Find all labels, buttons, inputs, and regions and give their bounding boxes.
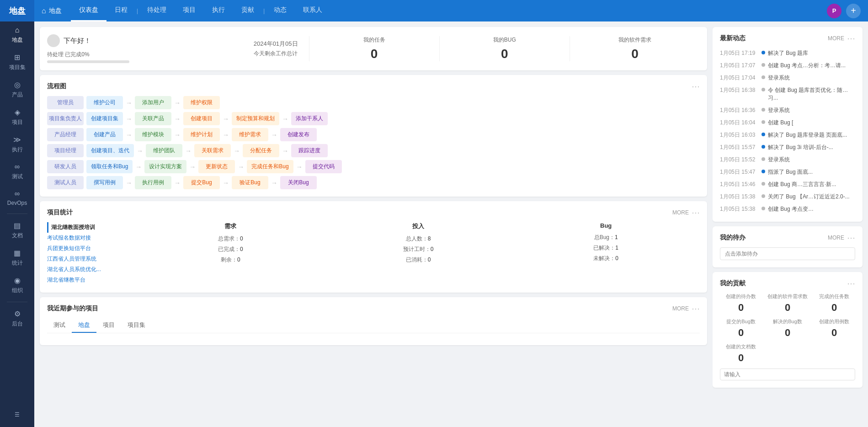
- sidebar-item-product[interactable]: ◎ 产品: [0, 76, 34, 103]
- recent-tab-project[interactable]: 项目: [96, 318, 121, 333]
- activity-item: 1月05日 15:38关闭了 Bug 【Ar…订近近近2.0-...: [720, 192, 855, 202]
- activity-dot: [761, 75, 765, 79]
- proj-list-item[interactable]: 考试报名数据对接: [47, 233, 129, 243]
- sidebar-item-stats[interactable]: ▦ 统计: [0, 244, 34, 272]
- topnav-home[interactable]: ⌂ 地盘: [42, 7, 62, 15]
- activity-time: 1月05日 17:07: [720, 62, 759, 69]
- recent-tab-dashboard[interactable]: 地盘: [72, 318, 96, 333]
- welcome-card-inner: 下午好！ 待处理 已完成0% 2024年01月05日 今天剩余工作总计 我的任: [47, 34, 700, 63]
- proj-list-item[interactable]: 兵团更换短信平台: [47, 243, 129, 254]
- proj-stats-col-title: 需求: [137, 222, 325, 230]
- tab-project[interactable]: 项目: [175, 0, 204, 21]
- tab-pending[interactable]: 待处理: [139, 0, 175, 21]
- flow-arrow: →: [223, 179, 229, 187]
- proj-stat-row: 预计工时：0: [325, 246, 512, 253]
- sidebar-item-docs[interactable]: ▤ 文档: [0, 217, 34, 244]
- flow-arrow: →: [271, 131, 277, 139]
- sidebar: 地盘 ⌂ 地盘 ⊞ 项目集 ◎ 产品 ◈ 项目 ≫ 执行 ∞ 测试 ∞ DevO…: [0, 0, 34, 427]
- activity-dot: [761, 157, 765, 161]
- contrib-value: 0: [720, 327, 762, 339]
- todo-dots[interactable]: ⋯: [847, 234, 855, 242]
- activity-item: 1月05日 15:38创建 Bug 考点变…: [720, 204, 855, 214]
- proj-list-item[interactable]: 湖北继教面授培训: [47, 222, 129, 233]
- activity-text: 令 创建 Bug 题库首页优化：随…习...: [768, 86, 855, 102]
- contrib-input[interactable]: [720, 368, 855, 380]
- flowchart-menu[interactable]: ⋯: [692, 82, 700, 91]
- proj-stats-cols: 需求总需求：0已完成：0剩余：0投入总人数：8预计工时：0已消耗：0Bug总Bu…: [137, 222, 700, 285]
- activity-item: 1月05日 16:38令 创建 Bug 题库首页优化：随…习...: [720, 85, 855, 103]
- stats-icon: ▦: [14, 249, 21, 257]
- contrib-value: 0: [813, 302, 855, 314]
- activity-item: 1月05日 15:52登录系统: [720, 155, 855, 165]
- right-panel: 最新动态 MORE ⋯ 1月05日 17:19解决了 Bug 题库1月05日 1…: [713, 21, 868, 427]
- tab-contact[interactable]: 联系人: [295, 0, 330, 21]
- todo-more[interactable]: MORE ⋯: [828, 234, 855, 242]
- sidebar-item-execution[interactable]: ≫ 执行: [0, 131, 34, 158]
- add-button[interactable]: +: [846, 4, 861, 18]
- activity-item: 1月05日 16:04创建 Bug [: [720, 117, 855, 128]
- proj-list-item[interactable]: 湖北省继教平台: [47, 275, 129, 285]
- sidebar-item-backend[interactable]: ⚙ 后台: [0, 305, 34, 332]
- contrib-item: 创建的文档数0: [720, 343, 762, 364]
- project-stats-more[interactable]: MORE ⋯: [672, 208, 700, 217]
- recent-tab-project_set[interactable]: 项目集: [121, 318, 152, 333]
- flow-step: 执行用例: [135, 176, 171, 189]
- flow-row: 研发人员领取任务和Bug→设计实现方案→更新状态→完成任务和Bug→提交代码: [47, 160, 700, 173]
- sidebar-item-label: 统计: [12, 259, 23, 267]
- flow-step: 添加用户: [135, 96, 171, 109]
- sidebar-item-project[interactable]: ◈ 项目: [0, 103, 34, 131]
- activity-dot: [761, 63, 765, 67]
- sidebar-item-org[interactable]: ◉ 组织: [0, 272, 34, 299]
- recent-projects-dots[interactable]: ⋯: [692, 304, 700, 313]
- sidebar-menu-toggle[interactable]: ☰: [15, 407, 20, 422]
- nav-separator-2: |: [263, 7, 265, 14]
- sidebar-divider-2: [7, 302, 27, 302]
- sidebar-item-projects[interactable]: ⊞ 项目集: [0, 48, 34, 76]
- contrib-item: 创建的软件需求数0: [767, 293, 809, 314]
- activity-more[interactable]: MORE ⋯: [828, 34, 855, 43]
- sidebar-item-test[interactable]: ∞ 测试: [0, 158, 34, 185]
- todo-header: 我的待办 MORE ⋯: [720, 234, 855, 242]
- contribution-dots[interactable]: ⋯: [847, 279, 855, 288]
- proj-list-item[interactable]: 江西省人员管理系统: [47, 254, 129, 264]
- tab-execution[interactable]: 执行: [204, 0, 233, 21]
- home-nav-icon: ⌂: [42, 7, 46, 15]
- activity-time: 1月05日 15:52: [720, 156, 759, 164]
- activity-text: 创建 Bug 考点…分析：考…请...: [768, 62, 855, 69]
- contrib-value: 0: [720, 352, 762, 364]
- project-stats-dots[interactable]: ⋯: [692, 208, 700, 217]
- tab-contribution[interactable]: 贡献: [233, 0, 262, 21]
- recent-tabs: 测试地盘项目项目集: [47, 318, 700, 333]
- tab-activity[interactable]: 动态: [266, 0, 295, 21]
- tab-schedule[interactable]: 日程: [107, 0, 136, 21]
- sidebar-logo[interactable]: 地盘: [0, 0, 34, 21]
- activity-text: 登录系统: [768, 107, 855, 114]
- flow-arrow: →: [234, 147, 240, 155]
- sidebar-item-label: 后台: [12, 320, 23, 328]
- todo-input[interactable]: [720, 247, 855, 260]
- flow-arrow: →: [282, 115, 288, 123]
- sidebar-item-devops[interactable]: ∞ DevOps: [0, 185, 34, 211]
- proj-stats-col-title: 投入: [325, 222, 512, 230]
- sidebar-item-home[interactable]: ⌂ 地盘: [0, 21, 34, 48]
- recent-projects-more[interactable]: MORE ⋯: [672, 304, 700, 313]
- flow-arrow: →: [189, 163, 196, 171]
- flow-role: 项目经理: [47, 144, 84, 157]
- flow-role: 项目集负责人: [47, 112, 84, 125]
- flow-step: 领取任务和Bug: [86, 160, 133, 173]
- proj-list-item[interactable]: 湖北省人员系统优化...: [47, 264, 129, 275]
- activity-time: 1月05日 16:03: [720, 131, 759, 139]
- activity-item: 1月05日 17:07创建 Bug 考点…分析：考…请...: [720, 60, 855, 71]
- proj-stat-row: 总Bug：1: [512, 234, 700, 241]
- contrib-label: 创建的软件需求数: [767, 293, 809, 300]
- welcome-stat-requirements: 我的软件需求 0: [570, 36, 700, 61]
- welcome-avatar: [47, 34, 60, 47]
- recent-tab-test[interactable]: 测试: [47, 318, 72, 333]
- flow-step: 维护模块: [135, 128, 171, 141]
- tab-dashboard[interactable]: 仪表盘: [71, 0, 107, 21]
- user-avatar[interactable]: P: [827, 4, 841, 18]
- proj-stats-col: 投入总人数：8预计工时：0已消耗：0: [325, 222, 512, 285]
- activity-dots[interactable]: ⋯: [847, 34, 855, 43]
- flow-step: 关联需求: [194, 144, 231, 157]
- project-stats-header: 项目统计 MORE ⋯: [47, 208, 700, 217]
